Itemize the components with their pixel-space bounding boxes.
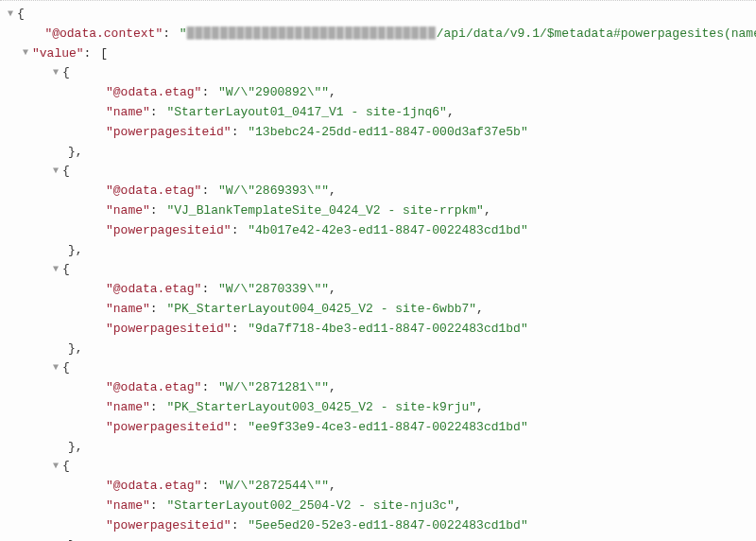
etag-line: "@odata.etag": "W/\"2870339\"", xyxy=(8,280,748,300)
odata-context-key: "@odata.context" xyxy=(44,26,163,41)
bracket-open: [ xyxy=(100,46,108,61)
caret-down-icon[interactable]: ▼ xyxy=(53,262,62,277)
etag-line: "@odata.etag": "W/\"2869393\"", xyxy=(8,182,748,201)
brace-open: { xyxy=(17,7,25,21)
caret-down-icon[interactable]: ▼ xyxy=(8,7,17,22)
odata-context-value-tail: /api/data/v9.1/$metadata#powerpagesites(… xyxy=(437,26,756,41)
odata-context-line: "@odata.context": "█████████████████████… xyxy=(8,25,748,44)
caret-down-icon[interactable]: ▼ xyxy=(23,45,32,61)
etag-line: "@odata.etag": "W/\"2872544\"", xyxy=(8,477,748,497)
caret-down-icon[interactable]: ▼ xyxy=(53,65,62,80)
string-open-quote: " xyxy=(180,26,187,41)
object-open: ▼{ xyxy=(8,63,748,83)
name-line: "name": "PK_StarterLayout004_0425_V2 - s… xyxy=(8,300,748,320)
etag-line: "@odata.etag": "W/\"2871281\"", xyxy=(8,378,748,398)
object-open: ▼{ xyxy=(8,358,748,378)
object-close: }, xyxy=(8,241,748,261)
name-line: "name": "StarterLayout01_0417_V1 - site-… xyxy=(8,103,748,123)
name-line: "name": "VJ_BlankTemplateSite_0424_V2 - … xyxy=(8,201,748,221)
name-line: "name": "StarterLayout002_2504-V2 - site… xyxy=(8,497,748,516)
siteid-line: "powerpagesiteid": "4b017e42-42e3-ed11-8… xyxy=(8,221,748,241)
value-array-open: ▼"value": [ xyxy=(8,44,748,64)
caret-down-icon[interactable]: ▼ xyxy=(53,360,62,375)
siteid-line: "powerpagesiteid": "9da7f718-4be3-ed11-8… xyxy=(8,320,748,340)
root-open: ▼{ xyxy=(8,5,748,25)
redacted-host: ██████████████████████████████ xyxy=(187,26,437,41)
json-viewer: ▼{ "@odata.context": "██████████████████… xyxy=(8,5,748,541)
siteid-line: "powerpagesiteid": "ee9f33e9-4ce3-ed11-8… xyxy=(8,418,748,438)
value-key: "value" xyxy=(32,46,84,61)
object-open: ▼{ xyxy=(8,260,748,280)
caret-down-icon[interactable]: ▼ xyxy=(53,164,62,179)
object-close: }, xyxy=(8,340,748,359)
object-open: ▼{ xyxy=(8,457,748,477)
siteid-line: "powerpagesiteid": "13bebc24-25dd-ed11-8… xyxy=(8,123,748,143)
siteid-line: "powerpagesiteid": "5ee5ed20-52e3-ed11-8… xyxy=(8,516,748,536)
object-close: }, xyxy=(8,438,748,458)
etag-line: "@odata.etag": "W/\"2900892\"", xyxy=(8,83,748,103)
object-close: }, xyxy=(8,536,748,541)
object-open: ▼{ xyxy=(8,162,748,182)
object-close: }, xyxy=(8,143,748,163)
caret-down-icon[interactable]: ▼ xyxy=(53,459,62,474)
name-line: "name": "PK_StarterLayout003_0425_V2 - s… xyxy=(8,398,748,418)
